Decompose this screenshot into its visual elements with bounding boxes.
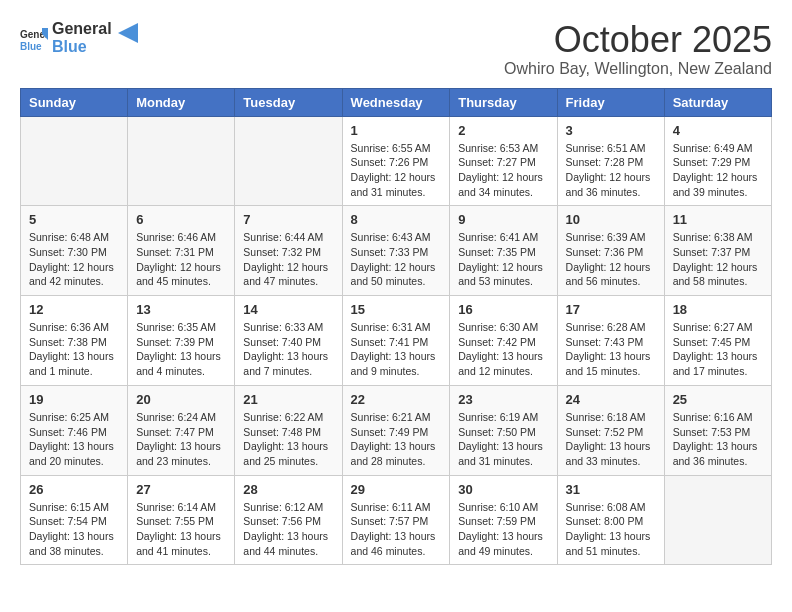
day-info: Sunrise: 6:51 AM Sunset: 7:28 PM Dayligh… [566,141,656,200]
calendar-cell: 23Sunrise: 6:19 AM Sunset: 7:50 PM Dayli… [450,385,557,475]
header-monday: Monday [128,88,235,116]
day-info: Sunrise: 6:12 AM Sunset: 7:56 PM Dayligh… [243,500,333,559]
svg-text:Blue: Blue [20,41,42,52]
calendar-cell: 16Sunrise: 6:30 AM Sunset: 7:42 PM Dayli… [450,296,557,386]
calendar-cell: 13Sunrise: 6:35 AM Sunset: 7:39 PM Dayli… [128,296,235,386]
calendar-cell: 29Sunrise: 6:11 AM Sunset: 7:57 PM Dayli… [342,475,450,565]
day-number: 7 [243,212,333,227]
calendar-cell: 8Sunrise: 6:43 AM Sunset: 7:33 PM Daylig… [342,206,450,296]
day-number: 23 [458,392,548,407]
logo-triangle-icon [118,23,138,43]
calendar-week-row: 12Sunrise: 6:36 AM Sunset: 7:38 PM Dayli… [21,296,772,386]
header-tuesday: Tuesday [235,88,342,116]
day-info: Sunrise: 6:38 AM Sunset: 7:37 PM Dayligh… [673,230,763,289]
day-number: 29 [351,482,442,497]
logo-general-text: General [52,20,112,38]
day-number: 2 [458,123,548,138]
day-info: Sunrise: 6:44 AM Sunset: 7:32 PM Dayligh… [243,230,333,289]
day-number: 1 [351,123,442,138]
calendar-cell: 6Sunrise: 6:46 AM Sunset: 7:31 PM Daylig… [128,206,235,296]
day-number: 13 [136,302,226,317]
day-info: Sunrise: 6:16 AM Sunset: 7:53 PM Dayligh… [673,410,763,469]
calendar-cell: 31Sunrise: 6:08 AM Sunset: 8:00 PM Dayli… [557,475,664,565]
calendar-cell: 1Sunrise: 6:55 AM Sunset: 7:26 PM Daylig… [342,116,450,206]
header-wednesday: Wednesday [342,88,450,116]
month-title: October 2025 [504,20,772,60]
calendar-cell [128,116,235,206]
day-info: Sunrise: 6:30 AM Sunset: 7:42 PM Dayligh… [458,320,548,379]
day-number: 30 [458,482,548,497]
day-number: 18 [673,302,763,317]
page-header: General Blue General Blue October 2025 O… [20,20,772,78]
day-number: 17 [566,302,656,317]
calendar-cell: 4Sunrise: 6:49 AM Sunset: 7:29 PM Daylig… [664,116,771,206]
day-number: 12 [29,302,119,317]
calendar-week-row: 1Sunrise: 6:55 AM Sunset: 7:26 PM Daylig… [21,116,772,206]
calendar-cell: 28Sunrise: 6:12 AM Sunset: 7:56 PM Dayli… [235,475,342,565]
day-info: Sunrise: 6:48 AM Sunset: 7:30 PM Dayligh… [29,230,119,289]
day-number: 22 [351,392,442,407]
calendar-cell: 15Sunrise: 6:31 AM Sunset: 7:41 PM Dayli… [342,296,450,386]
calendar-table: SundayMondayTuesdayWednesdayThursdayFrid… [20,88,772,566]
day-number: 8 [351,212,442,227]
day-number: 5 [29,212,119,227]
day-number: 27 [136,482,226,497]
calendar-cell: 24Sunrise: 6:18 AM Sunset: 7:52 PM Dayli… [557,385,664,475]
calendar-week-row: 26Sunrise: 6:15 AM Sunset: 7:54 PM Dayli… [21,475,772,565]
calendar-cell: 20Sunrise: 6:24 AM Sunset: 7:47 PM Dayli… [128,385,235,475]
calendar-header-row: SundayMondayTuesdayWednesdayThursdayFrid… [21,88,772,116]
day-info: Sunrise: 6:36 AM Sunset: 7:38 PM Dayligh… [29,320,119,379]
day-info: Sunrise: 6:25 AM Sunset: 7:46 PM Dayligh… [29,410,119,469]
calendar-cell [21,116,128,206]
day-number: 24 [566,392,656,407]
header-thursday: Thursday [450,88,557,116]
header-sunday: Sunday [21,88,128,116]
day-info: Sunrise: 6:11 AM Sunset: 7:57 PM Dayligh… [351,500,442,559]
day-info: Sunrise: 6:39 AM Sunset: 7:36 PM Dayligh… [566,230,656,289]
calendar-cell: 9Sunrise: 6:41 AM Sunset: 7:35 PM Daylig… [450,206,557,296]
day-number: 4 [673,123,763,138]
day-info: Sunrise: 6:46 AM Sunset: 7:31 PM Dayligh… [136,230,226,289]
day-number: 15 [351,302,442,317]
day-number: 20 [136,392,226,407]
calendar-week-row: 19Sunrise: 6:25 AM Sunset: 7:46 PM Dayli… [21,385,772,475]
day-info: Sunrise: 6:55 AM Sunset: 7:26 PM Dayligh… [351,141,442,200]
day-info: Sunrise: 6:43 AM Sunset: 7:33 PM Dayligh… [351,230,442,289]
header-friday: Friday [557,88,664,116]
day-number: 11 [673,212,763,227]
calendar-cell: 27Sunrise: 6:14 AM Sunset: 7:55 PM Dayli… [128,475,235,565]
calendar-cell: 11Sunrise: 6:38 AM Sunset: 7:37 PM Dayli… [664,206,771,296]
calendar-cell: 14Sunrise: 6:33 AM Sunset: 7:40 PM Dayli… [235,296,342,386]
day-info: Sunrise: 6:19 AM Sunset: 7:50 PM Dayligh… [458,410,548,469]
day-info: Sunrise: 6:31 AM Sunset: 7:41 PM Dayligh… [351,320,442,379]
header-saturday: Saturday [664,88,771,116]
calendar-cell: 26Sunrise: 6:15 AM Sunset: 7:54 PM Dayli… [21,475,128,565]
day-info: Sunrise: 6:14 AM Sunset: 7:55 PM Dayligh… [136,500,226,559]
calendar-week-row: 5Sunrise: 6:48 AM Sunset: 7:30 PM Daylig… [21,206,772,296]
calendar-cell: 3Sunrise: 6:51 AM Sunset: 7:28 PM Daylig… [557,116,664,206]
day-number: 21 [243,392,333,407]
calendar-cell: 19Sunrise: 6:25 AM Sunset: 7:46 PM Dayli… [21,385,128,475]
day-number: 16 [458,302,548,317]
day-number: 14 [243,302,333,317]
logo-blue-text: Blue [52,38,112,56]
day-info: Sunrise: 6:08 AM Sunset: 8:00 PM Dayligh… [566,500,656,559]
calendar-cell: 21Sunrise: 6:22 AM Sunset: 7:48 PM Dayli… [235,385,342,475]
logo-icon: General Blue [20,24,48,52]
calendar-cell: 17Sunrise: 6:28 AM Sunset: 7:43 PM Dayli… [557,296,664,386]
calendar-cell: 12Sunrise: 6:36 AM Sunset: 7:38 PM Dayli… [21,296,128,386]
day-info: Sunrise: 6:28 AM Sunset: 7:43 PM Dayligh… [566,320,656,379]
logo: General Blue General Blue [20,20,138,55]
day-info: Sunrise: 6:53 AM Sunset: 7:27 PM Dayligh… [458,141,548,200]
calendar-cell: 2Sunrise: 6:53 AM Sunset: 7:27 PM Daylig… [450,116,557,206]
calendar-cell: 30Sunrise: 6:10 AM Sunset: 7:59 PM Dayli… [450,475,557,565]
day-number: 6 [136,212,226,227]
calendar-cell: 10Sunrise: 6:39 AM Sunset: 7:36 PM Dayli… [557,206,664,296]
day-info: Sunrise: 6:27 AM Sunset: 7:45 PM Dayligh… [673,320,763,379]
title-section: October 2025 Owhiro Bay, Wellington, New… [504,20,772,78]
day-number: 25 [673,392,763,407]
calendar-cell: 22Sunrise: 6:21 AM Sunset: 7:49 PM Dayli… [342,385,450,475]
day-info: Sunrise: 6:33 AM Sunset: 7:40 PM Dayligh… [243,320,333,379]
day-number: 31 [566,482,656,497]
day-number: 26 [29,482,119,497]
